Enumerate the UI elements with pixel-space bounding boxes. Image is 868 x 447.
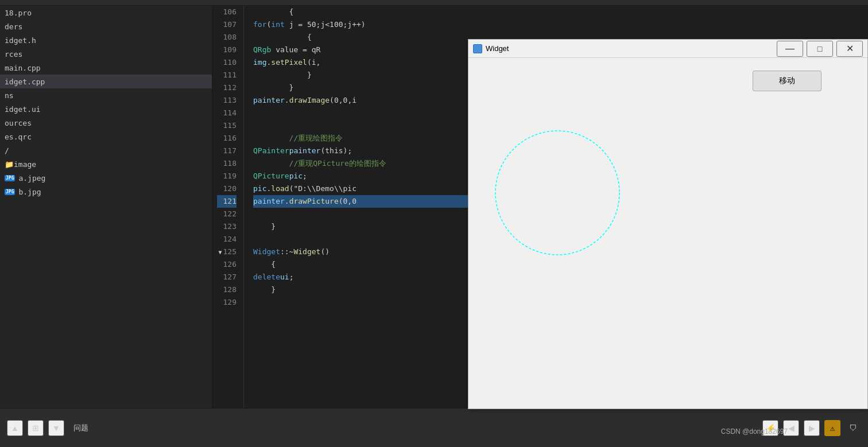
scroll-down-button[interactable]: ▼ [48, 420, 64, 436]
sidebar-item-widget-ui[interactable]: idget.ui [0, 102, 212, 116]
line-num-126: 126 [217, 258, 237, 271]
csdn-watermark: CSDN @dong132697 [721, 427, 788, 436]
line-num-114: 114 [217, 107, 237, 119]
sidebar-item-pro-file[interactable]: 18.pro [0, 6, 212, 20]
move-button[interactable]: 移动 [753, 71, 822, 91]
sidebar-label-widget-cpp: idget.cpp [5, 77, 45, 86]
line-num-118: 118 [217, 157, 237, 170]
sidebar-label-pro-file: 18.pro [5, 9, 32, 17]
line-num-129: 129 [217, 296, 237, 309]
sidebar-label-b-jpg: b.jpg [18, 188, 41, 196]
line-num-121: 121 [217, 195, 237, 208]
line-numbers: 1061071081091101111121131141151161171181… [212, 6, 244, 408]
sidebar-item-qrc-sources[interactable]: ources [0, 116, 212, 130]
sidebar-item-image-folder[interactable]: 📁 image [0, 157, 212, 171]
sidebar-item-slash[interactable]: / [0, 143, 212, 157]
sidebar-item-ns[interactable]: ns [0, 88, 212, 102]
widget-body: 移动 [468, 58, 867, 409]
sidebar-label-main-cpp: main.cpp [5, 64, 41, 72]
sidebar-label-widget-ui: idget.ui [5, 105, 41, 114]
line-num-109: 109 [217, 44, 237, 56]
widget-close-button[interactable]: ✕ [836, 41, 863, 57]
sidebar-label-image-folder: image [14, 160, 36, 169]
line-num-116: 116 [217, 132, 237, 145]
widget-titlebar: Widget — □ ✕ [468, 40, 867, 58]
line-num-117: 117 [217, 145, 237, 157]
sidebar-label-qrc-sources: ources [5, 119, 32, 127]
sidebar-item-main-cpp[interactable]: main.cpp [0, 61, 212, 75]
filter-button[interactable]: ⛉ [845, 420, 861, 436]
scroll-up-button[interactable]: ▲ [7, 420, 23, 436]
code-line-107: for(int j = 50;j<100;j++) [253, 18, 868, 31]
sidebar-label-qrc-file: es.qrc [5, 133, 32, 141]
problems-tab[interactable]: 问题 [69, 421, 93, 436]
forward-button[interactable]: ▶ [804, 420, 820, 436]
sidebar-item-widget-cpp[interactable]: idget.cpp [0, 75, 212, 88]
sidebar-label-headers: ders [5, 22, 22, 31]
sidebar-item-b-jpg[interactable]: JPGb.jpg [0, 185, 212, 199]
line-num-113: 113 [217, 94, 237, 107]
line-num-110: 110 [217, 56, 237, 69]
code-line-106: { [253, 6, 868, 18]
line-num-123: 123 [217, 220, 237, 233]
warning-button[interactable]: ⚠ [824, 420, 840, 436]
widget-title: Widget [486, 44, 773, 53]
top-bar [0, 0, 868, 6]
widget-maximize-button[interactable]: □ [807, 41, 833, 57]
widget-icon [473, 44, 482, 53]
line-num-108: 108 [217, 31, 237, 44]
sidebar-label-widget-h: idget.h [5, 36, 36, 45]
sidebar-label-sources: rces [5, 50, 22, 59]
sidebar-label-a-jpeg: a.jpeg [18, 174, 45, 182]
sidebar-item-headers[interactable]: ders [0, 20, 212, 33]
line-num-127: 127 [217, 271, 237, 283]
line-num-107: 107 [217, 18, 237, 31]
sidebar-label-slash: / [5, 146, 9, 155]
sidebar-item-qrc-file[interactable]: es.qrc [0, 130, 212, 143]
sidebar-item-widget-h[interactable]: idget.h [0, 33, 212, 47]
line-num-106: 106 [217, 6, 237, 18]
svg-point-0 [495, 131, 619, 255]
line-num-122: 122 [217, 208, 237, 220]
sidebar-label-ns: ns [5, 91, 14, 100]
add-panel-button[interactable]: ⊞ [28, 420, 44, 436]
widget-window: Widget — □ ✕ 移动 [468, 39, 868, 409]
line-num-111: 111 [217, 69, 237, 81]
line-num-115: 115 [217, 119, 237, 132]
line-num-120: 120 [217, 182, 237, 195]
circle-canvas [491, 127, 623, 259]
sidebar-item-sources[interactable]: rces [0, 47, 212, 61]
line-num-119: 119 [217, 170, 237, 182]
line-num-125: ▼125 [217, 246, 237, 258]
line-num-128: 128 [217, 283, 237, 296]
widget-minimize-button[interactable]: — [777, 41, 803, 57]
line-num-112: 112 [217, 81, 237, 94]
sidebar-item-a-jpeg[interactable]: JPGa.jpeg [0, 171, 212, 185]
sidebar: 18.prodersidget.hrcesmain.cppidget.cppns… [0, 6, 212, 408]
line-num-124: 124 [217, 233, 237, 246]
fold-arrow-125[interactable]: ▼ [218, 249, 222, 255]
